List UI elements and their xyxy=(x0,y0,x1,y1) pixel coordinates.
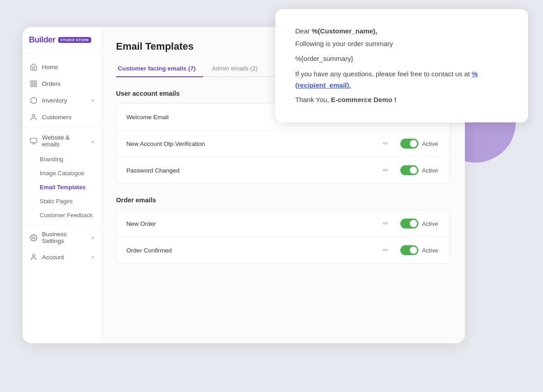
toggle-new-order[interactable] xyxy=(400,219,418,229)
sidebar-logo: Builder STUDIO STORE xyxy=(23,27,101,53)
section-title-order: Order emails xyxy=(116,196,450,204)
preview-signature: E-commerce Demo ! xyxy=(331,96,396,103)
sidebar-item-website-emails[interactable]: Website & emails ▴ xyxy=(23,130,101,152)
nav-divider xyxy=(23,127,101,128)
sidebar-item-home-label: Home xyxy=(42,64,58,70)
toggle-password[interactable] xyxy=(400,165,418,175)
svg-point-4 xyxy=(32,114,35,117)
sidebar-sub-nav: Branding Image Catalogue Email Templates… xyxy=(23,152,101,222)
status-order-confirmed: Active xyxy=(422,247,440,254)
business-settings-label: Business Settings xyxy=(42,231,87,244)
email-row-order-confirmed: Order Confirmed ✏ Active xyxy=(116,237,450,263)
sidebar-item-home[interactable]: Home xyxy=(23,59,101,75)
status-new-order: Active xyxy=(422,220,440,227)
svg-point-7 xyxy=(32,254,35,257)
email-name-otp: New Account Otp Verification xyxy=(126,140,377,147)
customers-icon xyxy=(30,113,37,121)
sidebar-item-branding[interactable]: Branding xyxy=(23,152,101,166)
svg-rect-2 xyxy=(31,84,33,87)
sidebar-item-inventory[interactable]: Inventory ▾ xyxy=(23,92,101,109)
image-catalogue-label: Image Catalogue xyxy=(40,170,84,177)
toggle-wrap-password: Active xyxy=(400,165,440,175)
sidebar-item-image-catalogue[interactable]: Image Catalogue xyxy=(23,166,101,180)
sidebar-nav: Home Orders Inventory ▾ Customers xyxy=(23,53,101,343)
orders-icon xyxy=(30,80,37,88)
sidebar-item-customers-label: Customers xyxy=(42,114,71,121)
greeting-text: Dear xyxy=(295,27,312,35)
status-password: Active xyxy=(422,167,440,174)
preview-line4: Thank You, E-commerce Demo ! xyxy=(295,94,508,106)
tab-customer-facing[interactable]: Customer facing emails (7) xyxy=(116,61,203,77)
sidebar: Builder STUDIO STORE Home Orders Invento… xyxy=(23,27,102,343)
svg-point-6 xyxy=(32,237,34,238)
email-row-password: Password Changed ✏ Active xyxy=(116,157,450,183)
business-settings-chevron: ▾ xyxy=(92,235,94,240)
email-name-new-order: New Order xyxy=(126,220,377,227)
email-row-new-order: New Order ✏ Active xyxy=(116,210,450,237)
sidebar-item-orders-label: Orders xyxy=(42,80,60,87)
settings-icon xyxy=(30,234,37,242)
toggle-otp[interactable] xyxy=(400,139,418,149)
toggle-wrap-order-confirmed: Active xyxy=(400,245,440,255)
sidebar-item-inventory-label: Inventory xyxy=(42,97,67,104)
status-otp: Active xyxy=(422,140,440,147)
email-preview-card: Dear %(Customer_name), Following is your… xyxy=(275,9,528,122)
sidebar-item-orders[interactable]: Orders xyxy=(23,75,101,92)
sidebar-item-website-emails-label: Website & emails xyxy=(42,134,87,148)
svg-rect-0 xyxy=(31,81,33,83)
preview-line1: Following is your order summary xyxy=(295,38,508,50)
sidebar-item-customers[interactable]: Customers xyxy=(23,109,101,126)
svg-rect-1 xyxy=(34,81,37,83)
static-pages-label: Static Pages xyxy=(40,198,73,205)
toggle-wrap-new-order: Active xyxy=(400,219,440,229)
svg-rect-3 xyxy=(34,84,37,87)
sidebar-item-static-pages[interactable]: Static Pages xyxy=(23,194,101,208)
edit-icon-otp[interactable]: ✏ xyxy=(383,140,389,148)
website-icon xyxy=(30,137,37,145)
logo-text: Builder xyxy=(29,35,56,45)
sidebar-item-account[interactable]: Account ▾ xyxy=(23,249,101,266)
account-chevron: ▾ xyxy=(92,255,94,260)
sidebar-item-business-settings[interactable]: Business Settings ▾ xyxy=(23,226,101,249)
nav-divider-2 xyxy=(23,224,101,224)
toggle-order-confirmed[interactable] xyxy=(400,245,418,255)
account-icon xyxy=(30,253,37,261)
toggle-wrap-otp: Active xyxy=(400,139,440,149)
tab-admin-emails[interactable]: Admin emails (2) xyxy=(210,61,265,77)
preview-line2: %{order_summary} xyxy=(295,53,508,65)
branding-label: Branding xyxy=(40,156,63,163)
edit-icon-password[interactable]: ✏ xyxy=(383,166,389,174)
home-icon xyxy=(30,63,37,71)
email-name-password: Password Changed xyxy=(126,167,377,174)
inventory-chevron: ▾ xyxy=(92,98,94,103)
account-label: Account xyxy=(42,254,64,261)
website-emails-chevron: ▴ xyxy=(92,139,94,144)
logo-badge: STUDIO STORE xyxy=(58,37,91,43)
edit-icon-order-confirmed[interactable]: ✏ xyxy=(383,246,389,254)
greeting-var: %(Customer_name), xyxy=(312,27,377,35)
svg-rect-5 xyxy=(30,138,37,143)
preview-line3: If you have any questions, please feel f… xyxy=(295,68,508,91)
email-templates-label: Email Templates xyxy=(40,184,86,191)
inventory-icon xyxy=(30,97,37,104)
sidebar-item-email-templates[interactable]: Email Templates xyxy=(23,180,101,194)
email-row-otp: New Account Otp Verification ✏ Active xyxy=(116,131,450,157)
customer-feedback-label: Customer Feedback xyxy=(40,212,93,219)
edit-icon-new-order[interactable]: ✏ xyxy=(383,219,389,228)
sidebar-item-customer-feedback[interactable]: Customer Feedback xyxy=(23,208,101,222)
email-name-order-confirmed: Order Confirmed xyxy=(126,247,377,254)
order-email-list: New Order ✏ Active Order Confirmed ✏ Act… xyxy=(116,210,450,264)
